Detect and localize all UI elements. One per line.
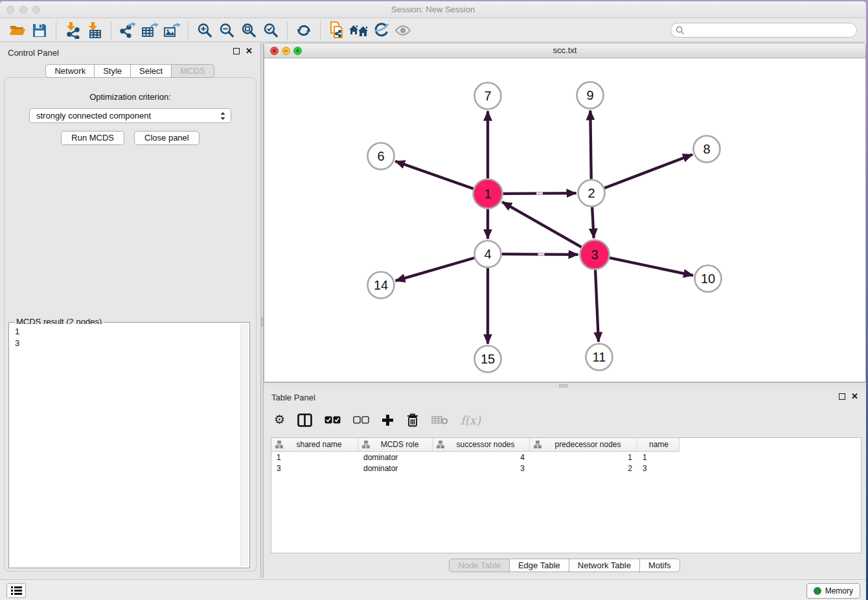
mcds-result-text[interactable]: 13 [10,324,248,566]
graph-node-2[interactable]: 2 [578,180,605,207]
table-cell[interactable]: 4 [433,453,530,462]
column-header-shared-name[interactable]: shared name [271,438,358,451]
table-cell[interactable]: 1 [271,453,358,462]
tab-network[interactable]: Network [45,64,95,78]
home-icon[interactable] [348,21,370,40]
unselect-all-icon[interactable] [353,416,369,424]
minimize-window-icon[interactable] [19,6,27,14]
graph-node-9[interactable]: 9 [577,82,604,109]
column-header-successor-nodes[interactable]: successor nodes [433,438,530,451]
table-cell[interactable]: dominator [358,464,433,473]
tab-style[interactable]: Style [94,64,131,78]
table-cell[interactable]: 3 [637,464,679,473]
graph-node-6[interactable]: 6 [368,143,394,170]
graph-node-1[interactable]: 1 [474,179,503,209]
tab-select[interactable]: Select [130,64,172,78]
maximize-view-icon[interactable]: + [293,47,302,55]
search-input[interactable] [687,25,849,36]
zoom-window-icon[interactable] [32,6,40,14]
graph-node-10[interactable]: 10 [695,266,722,292]
network-window-titlebar[interactable]: × − + scc.txt [264,43,865,58]
application-window: Session: New Session [0,1,866,600]
table-row[interactable]: 3dominator323 [271,463,861,474]
close-window-icon[interactable] [6,6,14,14]
minimize-view-icon[interactable]: − [282,47,290,55]
graph-node-11[interactable]: 11 [586,344,613,371]
show-columns-icon[interactable] [297,413,312,427]
tab-network-table[interactable]: Network Table [569,559,640,572]
node-label: 9 [586,88,593,102]
zoom-selected-icon[interactable] [260,21,282,40]
node-table[interactable]: shared nameMCDS rolesuccessor nodesprede… [271,437,862,553]
zoom-in-icon[interactable] [194,21,216,40]
result-scrollbar[interactable] [240,324,248,566]
edge-3-10[interactable] [610,258,693,275]
close-view-icon[interactable]: × [270,47,279,55]
select-all-icon[interactable] [325,416,341,424]
function-builder-icon[interactable]: f(x) [461,413,481,427]
tab-mcds[interactable]: MCDS [171,64,214,78]
tab-node-table[interactable]: Node Table [449,559,510,572]
open-icon[interactable] [6,21,29,40]
zoom-out-icon[interactable] [216,21,238,40]
table-cell[interactable]: 3 [433,464,530,473]
graph-node-15[interactable]: 15 [475,346,501,373]
edge-1-6[interactable] [395,161,474,189]
add-row-icon[interactable] [382,414,394,426]
splitter-grip[interactable] [559,384,568,387]
edge-2-3[interactable] [592,207,594,238]
graph-node-4[interactable]: 4 [475,241,501,268]
table-row[interactable]: 1dominator411 [271,452,861,463]
column-header-name[interactable]: name [637,438,679,451]
graph-node-14[interactable]: 14 [368,272,394,299]
delete-column-icon[interactable] [431,415,448,425]
horizontal-splitter[interactable] [264,382,866,388]
table-cell[interactable]: 3 [271,464,358,473]
edge-4-14[interactable] [396,258,475,281]
edge-2-9[interactable] [590,110,591,179]
table-cell[interactable]: 2 [530,464,637,473]
float-panel-icon[interactable] [839,393,845,400]
delete-row-icon[interactable] [406,413,419,427]
node-label: 3 [591,248,598,262]
column-header-predecessor-nodes[interactable]: predecessor nodes [530,438,637,451]
graph-node-8[interactable]: 8 [694,136,720,163]
export-image-icon[interactable] [161,21,183,40]
graph-node-3[interactable]: 3 [580,240,610,270]
export-table-icon[interactable] [139,21,161,40]
table-cell[interactable]: 1 [637,453,679,462]
close-panel-icon[interactable]: ✕ [851,393,858,400]
run-mcds-button[interactable]: Run MCDS [61,131,124,145]
tab-edge-table[interactable]: Edge Table [509,559,569,572]
table-cell[interactable]: 1 [530,453,637,462]
float-panel-icon[interactable] [233,48,240,54]
task-history-button[interactable] [6,583,26,598]
import-table-icon[interactable] [84,21,106,40]
edge-2-8[interactable] [604,154,692,188]
zoom-fit-icon[interactable] [238,21,260,40]
network-graph[interactable]: 7968124314101511 [265,58,866,382]
eye-icon[interactable] [392,21,414,40]
edge-3-1[interactable] [502,202,581,248]
clone-network-icon[interactable] [326,21,348,40]
column-header-mcds-role[interactable]: MCDS role [358,438,433,451]
search-field[interactable] [670,23,857,38]
node-label: 4 [484,247,491,261]
save-icon[interactable] [29,21,51,40]
mcds-result-line: 3 [15,338,244,349]
edge-3-11[interactable] [595,270,599,341]
import-network-icon[interactable] [62,21,84,40]
optimization-criterion-select[interactable]: strongly connected component [29,108,231,123]
refresh-icon[interactable] [293,21,315,40]
network-canvas[interactable]: 7968124314101511 [265,58,865,381]
table-cell[interactable]: dominator [358,453,433,462]
splitter-grip[interactable] [261,317,263,327]
export-network-icon[interactable] [117,21,139,40]
close-panel-button[interactable]: Close panel [134,131,200,145]
settings-gear-icon[interactable]: ⚙ [274,413,285,426]
tab-motifs[interactable]: Motifs [639,559,680,572]
apply-style-icon[interactable] [370,21,392,40]
memory-button[interactable]: Memory [806,583,860,599]
close-panel-icon[interactable]: ✕ [246,48,253,54]
graph-node-7[interactable]: 7 [475,83,501,110]
